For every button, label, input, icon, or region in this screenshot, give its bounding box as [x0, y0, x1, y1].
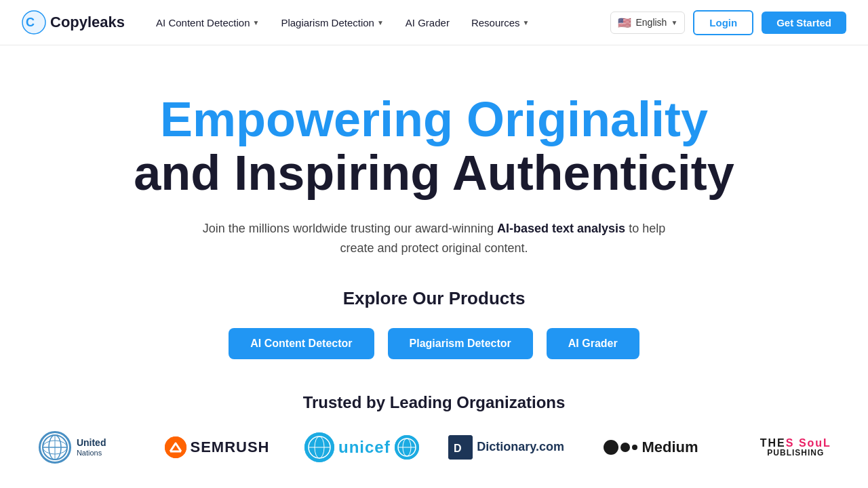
nav-plagiarism-detection[interactable]: Plagiarism Detection ▼	[271, 12, 393, 34]
ai-grader-button[interactable]: AI Grader	[547, 328, 639, 359]
hero-section: Empowering Originality and Inspiring Aut…	[0, 45, 868, 258]
chevron-down-icon: ▼	[523, 19, 530, 26]
hero-title-line2: and Inspiring Authenticity	[134, 146, 734, 200]
nav-resources[interactable]: Resources ▼	[462, 12, 539, 34]
unicef-globe-icon	[395, 435, 419, 460]
svg-text:C: C	[26, 16, 35, 29]
un-logo-text-nations: Nations	[77, 449, 106, 457]
chevron-down-icon: ▼	[377, 19, 384, 26]
medium-icon	[604, 440, 637, 455]
dictionary-wordmark: Dictionary.com	[477, 440, 564, 454]
medium-wordmark: Medium	[642, 439, 698, 456]
logo-unicef: unicef	[290, 432, 434, 462]
trusted-section: Trusted by Leading Organizations United …	[0, 393, 868, 464]
language-selector[interactable]: 🇺🇸 English ▼	[610, 12, 685, 34]
nav-ai-content-detection[interactable]: AI Content Detection ▼	[146, 12, 269, 34]
nav-right: 🇺🇸 English ▼ Login Get Started	[610, 10, 846, 35]
nav-ai-grader[interactable]: AI Grader	[396, 12, 459, 34]
svg-point-7	[165, 436, 186, 458]
thes-line2-text: PUBLISHING	[767, 449, 824, 458]
logo-medium: Medium	[578, 439, 723, 456]
svg-text:D: D	[454, 443, 462, 454]
products-section-title: Explore Our Products	[343, 288, 526, 309]
products-section: Explore Our Products AI Content Detector…	[0, 288, 868, 359]
trusted-logos-row: United Nations SEMRUSH	[0, 431, 868, 464]
chevron-down-icon: ▼	[252, 19, 259, 26]
flag-icon: 🇺🇸	[618, 16, 631, 29]
get-started-button[interactable]: Get Started	[762, 12, 846, 34]
logo-semrush: SEMRUSH	[144, 436, 289, 458]
navbar: C Copyleaks AI Content Detection ▼ Plagi…	[0, 0, 868, 45]
product-buttons-container: AI Content Detector Plagiarism Detector …	[229, 328, 639, 359]
hero-title-line1: Empowering Originality	[160, 93, 708, 146]
semrush-icon	[165, 436, 186, 458]
login-button[interactable]: Login	[693, 10, 753, 35]
semrush-wordmark: SEMRUSH	[191, 439, 270, 456]
thes-line1-text: THES SouL	[760, 437, 831, 449]
plagiarism-detector-button[interactable]: Plagiarism Detector	[388, 328, 533, 359]
un-logo-text-united: United	[77, 438, 106, 448]
trusted-section-title: Trusted by Leading Organizations	[303, 393, 566, 412]
chevron-down-icon: ▼	[671, 19, 677, 26]
unicef-wordmark: unicef	[338, 438, 391, 457]
unicef-icon	[304, 432, 334, 462]
logo[interactable]: C Copyleaks	[22, 10, 125, 35]
logo-wordmark: Copyleaks	[50, 14, 125, 31]
nav-links: AI Content Detection ▼ Plagiarism Detect…	[146, 12, 610, 34]
logo-united-nations: United Nations	[0, 431, 144, 464]
logo-thes-soul: THES SouL PUBLISHING	[724, 437, 868, 458]
dictionary-icon: D	[448, 435, 473, 460]
hero-subtitle: Join the millions worldwide trusting our…	[197, 219, 671, 258]
ai-content-detector-button[interactable]: AI Content Detector	[229, 328, 374, 359]
un-globe-icon	[39, 431, 71, 464]
logo-dictionary: D Dictionary.com	[434, 435, 578, 460]
